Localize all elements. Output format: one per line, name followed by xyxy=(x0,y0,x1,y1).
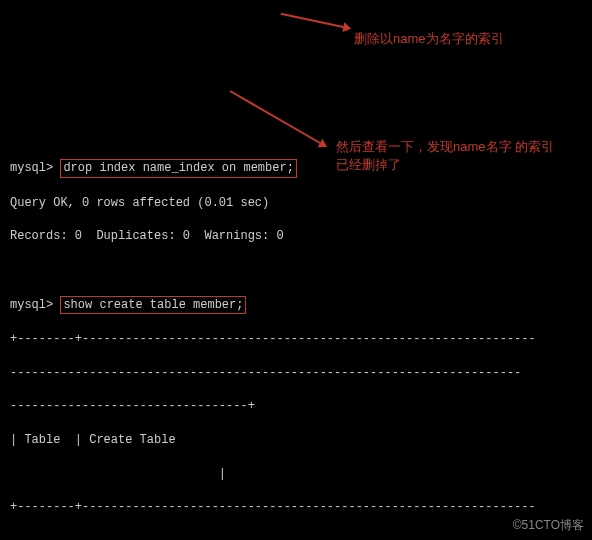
annotation-text-2: 然后查看一下，发现name名字 的索引已经删掉了 xyxy=(336,138,566,174)
arrow-annotation-1 xyxy=(281,13,350,30)
separator: +--------+------------------------------… xyxy=(10,499,582,516)
mysql-prompt: mysql> xyxy=(10,298,53,312)
output-query-ok: Query OK, 0 rows affected (0.01 sec) xyxy=(10,195,582,212)
blank-line xyxy=(10,262,582,279)
separator: ---------------------------------+ xyxy=(10,398,582,415)
separator: ----------------------------------------… xyxy=(10,533,582,540)
separator: +--------+------------------------------… xyxy=(10,331,582,348)
sql-command-drop-index: drop index name_index on member; xyxy=(60,159,296,178)
prompt-line-2[interactable]: mysql> show create table member; xyxy=(10,296,582,315)
output-records: Records: 0 Duplicates: 0 Warnings: 0 xyxy=(10,228,582,245)
mysql-prompt: mysql> xyxy=(10,161,53,175)
table-header: | Table | Create Table xyxy=(10,432,582,449)
separator: ----------------------------------------… xyxy=(10,365,582,382)
table-header-end: | xyxy=(10,466,582,483)
annotation-text-1: 删除以name为名字的索引 xyxy=(354,30,584,48)
watermark-text: ©51CTO博客 xyxy=(513,517,584,534)
sql-command-show-create: show create table member; xyxy=(60,296,246,315)
arrow-annotation-2 xyxy=(230,90,326,147)
